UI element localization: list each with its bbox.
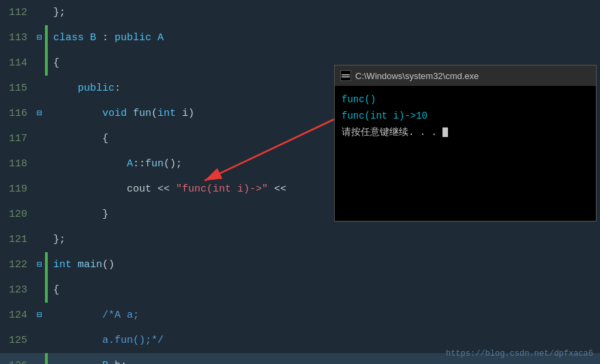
indicator-124: ⊟: [34, 303, 45, 328]
watermark: https://blog.csdn.net/dpfxaca6: [446, 349, 593, 359]
cmd-body: func() func(int i)->10 请按任意键继续. . .: [335, 86, 596, 146]
code-content-117: {: [48, 126, 108, 151]
line-num-122: 122: [0, 252, 34, 277]
cmd-cursor: [442, 127, 448, 137]
code-content-115: public:: [48, 76, 121, 101]
code-content-120: }: [48, 202, 108, 227]
cmd-output-line-3: 请按任意键继续. . .: [342, 124, 589, 140]
line-num-118: 118: [0, 151, 34, 177]
line-num-123: 123: [0, 277, 34, 303]
code-content-124: /*A a;: [48, 303, 139, 328]
cmd-output-line-1: func(): [342, 91, 589, 108]
line-num-125: 125: [0, 328, 34, 353]
cmd-output-text-2: func(int i)->10: [342, 110, 427, 121]
code-content-112: };: [48, 0, 65, 25]
indicator-116: ⊟: [34, 101, 45, 126]
line-num-120: 120: [0, 202, 34, 227]
code-content-119: cout << "func(int i)->" <<: [48, 177, 286, 202]
code-content-126: B b;: [48, 353, 127, 364]
line-num-121: 121: [0, 227, 34, 252]
line-num-117: 117: [0, 126, 34, 151]
indicator-113: ⊟: [34, 25, 45, 50]
cmd-icon: [340, 70, 351, 81]
line-num-126: 126: [0, 353, 34, 364]
line-num-119: 119: [0, 177, 34, 202]
code-content-121: };: [48, 227, 65, 252]
code-content-113: class B : public A: [48, 25, 164, 50]
svg-rect-2: [341, 71, 350, 80]
cmd-output-line-2: func(int i)->10: [342, 108, 589, 124]
cmd-output-text-1: func(): [342, 94, 376, 105]
code-line-123: 123 {: [0, 277, 600, 303]
cmd-titlebar: C:\Windows\system32\cmd.exe: [335, 65, 596, 86]
cmd-title-text: C:\Windows\system32\cmd.exe: [355, 71, 479, 81]
code-line-124: 124 ⊟ /*A a;: [0, 303, 600, 328]
line-num-115: 115: [0, 76, 34, 101]
code-content-114: {: [48, 50, 59, 76]
cmd-window: C:\Windows\system32\cmd.exe func() func(…: [334, 65, 597, 222]
code-content-125: a.fun();*/: [48, 328, 164, 353]
code-editor: 112 }; 113 ⊟ class B : public A 114 { 11…: [0, 0, 600, 364]
line-num-114: 114: [0, 50, 34, 76]
line-num-112: 112: [0, 0, 34, 25]
code-content-116: void fun(int i): [48, 101, 194, 126]
code-line-122: 122 ⊟ int main(): [0, 252, 600, 277]
code-line-113: 113 ⊟ class B : public A: [0, 25, 600, 50]
code-content-123: {: [48, 277, 59, 303]
code-content-122: int main(): [48, 252, 115, 277]
line-num-113: 113: [0, 25, 34, 50]
code-line-121: 121 };: [0, 227, 600, 252]
code-content-118: A::fun();: [48, 151, 182, 177]
indicator-122: ⊟: [34, 252, 45, 277]
cmd-output-text-3: 请按任意键继续. . .: [342, 127, 442, 138]
line-num-116: 116: [0, 101, 34, 126]
svg-rect-3: [342, 74, 350, 76]
code-line-112: 112 };: [0, 0, 600, 25]
line-num-124: 124: [0, 303, 34, 328]
svg-rect-4: [342, 76, 350, 78]
